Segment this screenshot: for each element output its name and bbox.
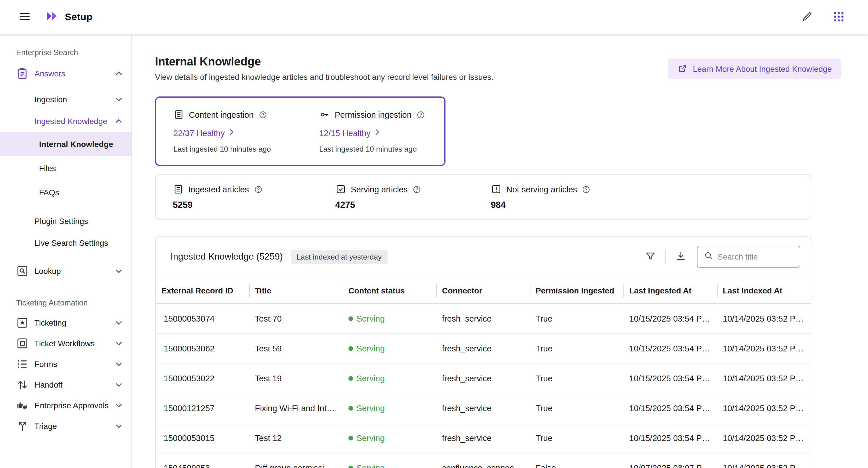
status-badge: Serving <box>348 344 384 353</box>
learn-more-button[interactable]: Learn More About Ingested Knowledge <box>668 59 841 79</box>
sidebar-item-label: Live Search Settings <box>34 238 108 248</box>
sidebar-item-lookup[interactable]: Lookup <box>0 258 131 284</box>
sidebar-item-files[interactable]: Files <box>0 156 131 180</box>
health-label: 12/15 Healthy <box>319 128 371 137</box>
sidebar-item-handoff[interactable]: Handoff <box>0 374 131 395</box>
menu-icon <box>19 10 31 24</box>
sidebar-item-ticket-workflows[interactable]: Ticket Workflows <box>0 333 131 354</box>
table-tools <box>644 246 800 268</box>
table-row[interactable]: 15000053062 Test 59 Serving fresh_servic… <box>156 333 811 363</box>
sidebar-item-ingested-knowledge[interactable]: Ingested Knowledge <box>0 110 131 132</box>
chevron-down-icon[interactable] <box>113 317 125 329</box>
filter-button[interactable] <box>644 249 657 264</box>
sidebar-item-label: Files <box>39 164 56 173</box>
content-ingestion-block: Content ingestion 22/37 Healthy Last ing… <box>174 109 319 153</box>
health-label: 22/37 Healthy <box>174 128 225 137</box>
apps-grid-icon <box>832 10 845 24</box>
stat-label: Serving articles <box>351 185 408 194</box>
help-icon[interactable] <box>582 185 591 194</box>
handoff-icon <box>16 378 29 391</box>
cell-title: Test 59 <box>249 333 343 363</box>
edit-pencil-icon <box>801 11 813 24</box>
cell-connector: confluence_connecto… <box>436 453 530 468</box>
cell-title: Test 70 <box>249 304 343 333</box>
cell-permission-ingested: True <box>530 423 623 453</box>
sidebar-item-triage[interactable]: Triage <box>0 416 131 436</box>
sidebar-item-plugin-settings[interactable]: Plugin Settings <box>0 210 131 232</box>
stat-serving-articles: Serving articles 4275 <box>335 184 491 210</box>
chevron-down-icon[interactable] <box>113 400 125 411</box>
toolbar-divider <box>665 250 666 263</box>
table-row[interactable]: 15000053074 Test 70 Serving fresh_servic… <box>156 304 811 333</box>
topbar-actions <box>800 9 846 26</box>
column-header[interactable]: Last Indexed At <box>717 277 811 304</box>
cell-last-indexed-at: 10/14/2025 03:52 P… <box>717 333 811 363</box>
cell-external-record-id: 15000053074 <box>156 304 249 333</box>
cell-content-status: Serving <box>343 453 436 468</box>
chevron-down-icon[interactable] <box>113 94 125 105</box>
column-header[interactable]: Last Ingested At <box>623 277 717 304</box>
sidebar-item-label: Internal Knowledge <box>39 139 113 149</box>
table-head: External Record ID Title Content status … <box>156 277 811 304</box>
table-row[interactable]: 15000053022 Test 19 Serving fresh_servic… <box>156 363 811 393</box>
column-header[interactable]: Content status <box>343 277 436 304</box>
chevron-down-icon[interactable] <box>113 265 125 277</box>
stat-not-serving-articles: Not serving articles 984 <box>491 184 653 210</box>
apps-grid-button[interactable] <box>831 9 846 26</box>
column-header[interactable]: Title <box>249 277 343 304</box>
sidebar-item-ingestion[interactable]: Ingestion <box>0 88 131 110</box>
sidebar-item-internal-knowledge[interactable]: Internal Knowledge <box>0 132 131 156</box>
status-badge: Serving <box>348 434 384 443</box>
status-label: Serving <box>356 314 384 323</box>
download-button[interactable] <box>674 249 688 264</box>
table-body: 15000053074 Test 70 Serving fresh_servic… <box>156 304 811 468</box>
search-title-input[interactable] <box>718 252 795 261</box>
table-row[interactable]: 15000053015 Test 12 Serving fresh_servic… <box>156 423 811 453</box>
cell-title: Fixing Wi-Fi and Inter… <box>249 393 343 423</box>
status-badge: Serving <box>348 463 384 468</box>
content-ingestion-health-link[interactable]: 22/37 Healthy <box>174 127 319 138</box>
column-header[interactable]: External Record ID <box>156 277 249 304</box>
triage-icon <box>16 420 29 432</box>
cell-permission-ingested: True <box>530 333 623 363</box>
sidebar-item-label: Plugin Settings <box>34 217 88 226</box>
help-icon[interactable] <box>258 110 268 119</box>
logo[interactable]: Setup <box>45 10 92 25</box>
stat-ingested-articles: Ingested articles 5259 <box>173 184 335 210</box>
ingested-knowledge-table: External Record ID Title Content status … <box>156 277 811 468</box>
filter-icon <box>645 250 656 263</box>
column-header[interactable]: Permission Ingested <box>530 277 623 304</box>
permission-last-ingested: Last ingested 10 minutes ago <box>319 145 465 153</box>
sidebar-item-forms[interactable]: Forms <box>0 354 131 374</box>
chevron-down-icon[interactable] <box>113 379 125 391</box>
chevron-up-icon[interactable] <box>113 68 125 79</box>
sidebar-item-ticketing[interactable]: Ticketing <box>0 312 131 333</box>
sidebar-item-enterprise-approvals[interactable]: Enterprise Approvals <box>0 395 131 416</box>
permission-ingestion-label: Permission ingestion <box>335 110 412 119</box>
key-icon <box>319 109 330 120</box>
sidebar-item-answers[interactable]: Answers <box>0 62 131 85</box>
main-content: Internal Knowledge View details of inges… <box>132 34 868 468</box>
sidebar-item-faqs[interactable]: FAQs <box>0 180 131 205</box>
edit-button[interactable] <box>800 9 814 25</box>
help-icon[interactable] <box>253 185 262 194</box>
status-dot-icon <box>348 376 353 381</box>
chevron-down-icon[interactable] <box>113 358 125 370</box>
chevron-down-icon[interactable] <box>113 338 125 349</box>
status-dot-icon <box>348 466 353 468</box>
sidebar-item-live-search-settings[interactable]: Live Search Settings <box>0 232 131 254</box>
permission-ingestion-health-link[interactable]: 12/15 Healthy <box>319 127 465 138</box>
chevron-down-icon[interactable] <box>113 420 125 432</box>
help-icon[interactable] <box>412 185 422 194</box>
table-row[interactable]: 15000121257 Fixing Wi-Fi and Inter… Serv… <box>156 393 811 423</box>
forms-icon <box>16 358 29 370</box>
table-row[interactable]: 1504509953 Diff group permissions Servin… <box>156 453 811 468</box>
chevron-up-icon[interactable] <box>113 116 125 127</box>
column-header[interactable]: Connector <box>436 277 530 304</box>
help-icon[interactable] <box>416 110 425 119</box>
cell-content-status: Serving <box>343 304 436 333</box>
table-title: Ingested Knowledge (5259) <box>170 251 283 262</box>
cell-permission-ingested: True <box>530 363 623 393</box>
menu-button[interactable] <box>17 9 32 26</box>
sidebar-item-label: Ingested Knowledge <box>34 117 107 126</box>
